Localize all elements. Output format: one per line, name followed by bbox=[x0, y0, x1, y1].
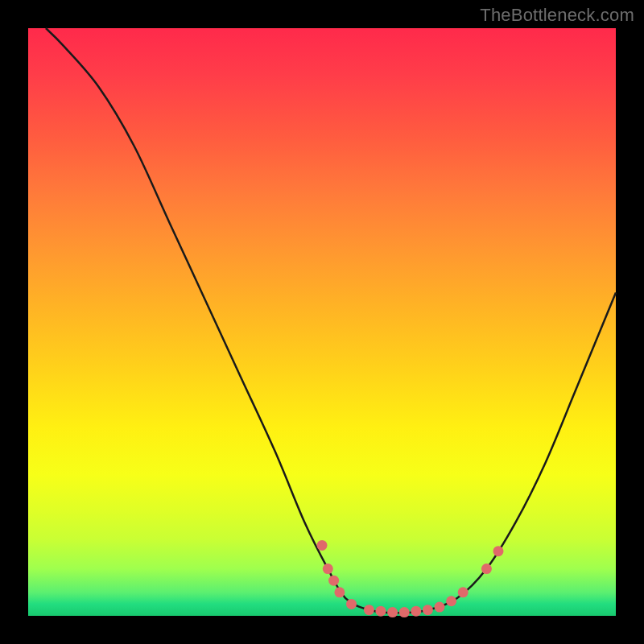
plot-area bbox=[28, 28, 616, 616]
data-point bbox=[493, 546, 504, 556]
data-point bbox=[387, 607, 398, 617]
curve-svg bbox=[28, 28, 616, 616]
data-point bbox=[334, 587, 345, 597]
data-point bbox=[446, 596, 456, 606]
data-point bbox=[346, 599, 357, 609]
data-point bbox=[376, 606, 386, 617]
bottleneck-curve bbox=[46, 28, 616, 613]
data-point bbox=[411, 606, 421, 617]
chart-container: TheBottleneck.com bbox=[0, 0, 644, 644]
data-point bbox=[423, 605, 433, 615]
data-point bbox=[399, 607, 410, 617]
data-points-group bbox=[317, 540, 504, 617]
data-point bbox=[323, 564, 333, 574]
data-point bbox=[317, 540, 328, 551]
data-point bbox=[328, 576, 339, 586]
watermark-text: TheBottleneck.com bbox=[480, 5, 634, 26]
data-point bbox=[481, 564, 492, 574]
data-point bbox=[435, 602, 445, 613]
data-point bbox=[364, 605, 374, 615]
data-point bbox=[458, 587, 469, 597]
